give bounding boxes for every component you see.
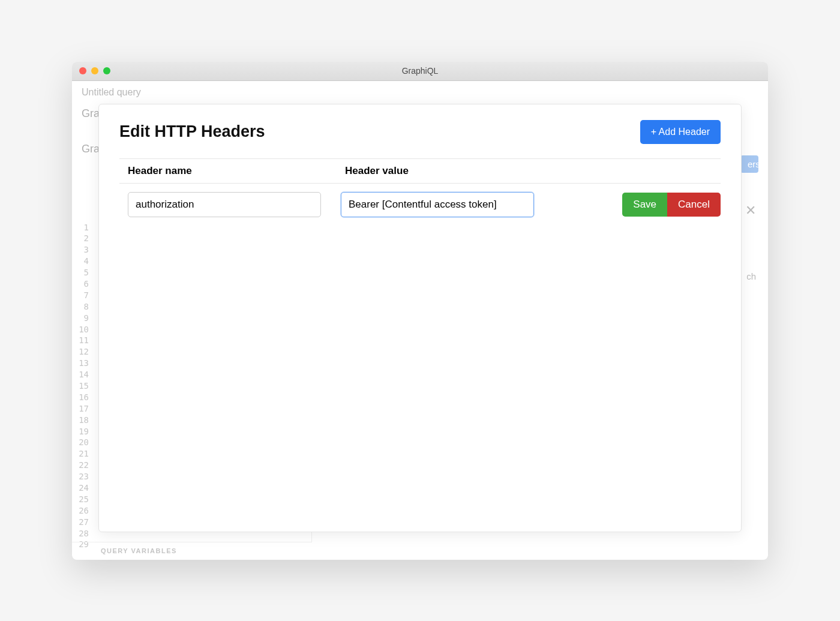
line-number: 16 bbox=[72, 392, 89, 403]
line-number: 7 bbox=[72, 290, 89, 301]
bg-endpoint-fragment: Gra bbox=[82, 143, 100, 155]
modal-title: Edit HTTP Headers bbox=[119, 122, 265, 141]
line-number: 23 bbox=[72, 471, 89, 482]
traffic-lights bbox=[72, 67, 110, 74]
cancel-button[interactable]: Cancel bbox=[667, 193, 721, 217]
line-number: 20 bbox=[72, 437, 89, 448]
titlebar: GraphiQL bbox=[72, 62, 768, 81]
maximize-window-icon[interactable] bbox=[103, 67, 110, 74]
line-number: 15 bbox=[72, 380, 89, 392]
line-number: 4 bbox=[72, 256, 89, 267]
line-number: 25 bbox=[72, 494, 89, 505]
line-number: 14 bbox=[72, 369, 89, 380]
line-number: 26 bbox=[72, 505, 89, 517]
headers-table-header: Header name Header value bbox=[119, 158, 721, 184]
line-number: 18 bbox=[72, 415, 89, 426]
line-number: 27 bbox=[72, 517, 89, 528]
line-number: 11 bbox=[72, 335, 89, 346]
edit-http-headers-modal: Edit HTTP Headers + Add Header Header na… bbox=[98, 104, 742, 532]
column-header-value: Header value bbox=[341, 165, 721, 177]
line-number: 8 bbox=[72, 301, 89, 313]
line-number: 22 bbox=[72, 460, 89, 471]
line-number: 24 bbox=[72, 482, 89, 494]
close-icon[interactable]: ✕ bbox=[745, 203, 758, 218]
line-number: 2 bbox=[72, 233, 89, 244]
header-name-input[interactable] bbox=[128, 192, 321, 217]
line-number: 28 bbox=[72, 528, 89, 539]
header-value-input[interactable] bbox=[341, 192, 534, 217]
line-number: 5 bbox=[72, 267, 89, 278]
close-window-icon[interactable] bbox=[79, 67, 86, 74]
line-number: 1 bbox=[72, 222, 89, 233]
docs-search-fragment: ch bbox=[746, 271, 758, 281]
line-number: 19 bbox=[72, 426, 89, 437]
line-gutter: 1234567891011121314151617181920212223242… bbox=[72, 221, 94, 542]
line-number: 9 bbox=[72, 313, 89, 324]
add-header-button[interactable]: + Add Header bbox=[640, 120, 721, 144]
column-header-name: Header name bbox=[119, 165, 341, 177]
line-number: 10 bbox=[72, 324, 89, 335]
edit-headers-button-fragment[interactable]: ers bbox=[740, 155, 758, 173]
window-title: GraphiQL bbox=[402, 66, 439, 76]
row-actions: Save Cancel bbox=[622, 193, 721, 217]
app-window: GraphiQL Untitled query Grap Gra 1234567… bbox=[72, 62, 768, 560]
line-number: 13 bbox=[72, 358, 89, 369]
query-variables-label[interactable]: QUERY VARIABLES bbox=[72, 542, 312, 560]
save-button[interactable]: Save bbox=[622, 193, 667, 217]
line-number: 12 bbox=[72, 346, 89, 358]
line-number: 6 bbox=[72, 278, 89, 290]
header-row: Save Cancel bbox=[119, 184, 721, 226]
line-number: 17 bbox=[72, 403, 89, 415]
line-number: 3 bbox=[72, 244, 89, 256]
minimize-window-icon[interactable] bbox=[91, 67, 98, 74]
line-number: 21 bbox=[72, 448, 89, 460]
